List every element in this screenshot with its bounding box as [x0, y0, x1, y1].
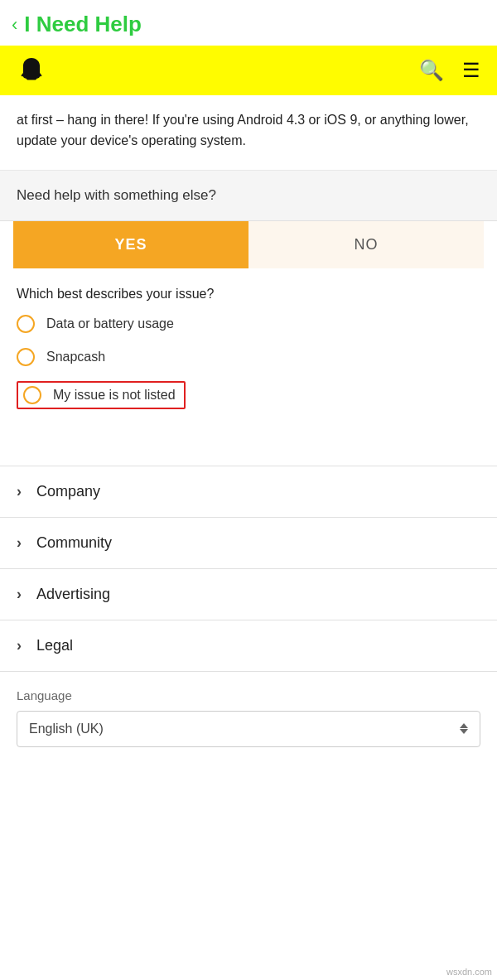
- search-icon[interactable]: 🔍: [419, 59, 444, 82]
- radio-option-snapcash[interactable]: Snapcash: [17, 348, 480, 366]
- chevron-right-icon-company: ›: [17, 483, 22, 500]
- chevron-right-icon-legal: ›: [17, 637, 22, 654]
- footer-nav-item-company[interactable]: › Company: [0, 466, 497, 518]
- footer-nav-label-community: Community: [36, 534, 112, 552]
- language-section: Language English (UK): [0, 672, 497, 747]
- need-help-section: Need help with something else?: [0, 171, 497, 221]
- article-content: at first – hang in there! If you're usin…: [17, 113, 469, 147]
- footer-nav-item-community[interactable]: › Community: [0, 518, 497, 569]
- back-nav[interactable]: ‹ I Need Help: [0, 0, 497, 46]
- footer-nav-item-legal[interactable]: › Legal: [0, 620, 497, 672]
- radio-option-not-listed[interactable]: My issue is not listed: [17, 381, 186, 409]
- footer-nav-label-advertising: Advertising: [36, 586, 110, 603]
- radio-label-data-battery: Data or battery usage: [46, 316, 174, 331]
- header-icons: 🔍 ☰: [419, 59, 480, 82]
- footer-nav-label-legal: Legal: [36, 637, 73, 654]
- select-arrows-icon: [460, 723, 468, 734]
- language-current-value: English (UK): [29, 722, 104, 736]
- radio-circle-snapcash: [17, 348, 35, 366]
- radio-label-not-listed: My issue is not listed: [53, 388, 176, 403]
- no-button[interactable]: NO: [248, 221, 484, 268]
- radio-option-data-battery[interactable]: Data or battery usage: [17, 315, 480, 333]
- issue-question: Which best describes your issue?: [17, 287, 480, 302]
- radio-circle-not-listed: [23, 386, 41, 404]
- footer-nav: › Company › Community › Advertising › Le…: [0, 466, 497, 672]
- footer-nav-label-company: Company: [36, 483, 100, 500]
- menu-icon[interactable]: ☰: [462, 59, 480, 82]
- yellow-header-bar: 🔍 ☰: [0, 46, 497, 95]
- need-help-label: Need help with something else?: [17, 187, 216, 203]
- snapchat-ghost-icon: [17, 56, 46, 85]
- language-select[interactable]: English (UK): [17, 711, 480, 747]
- watermark: wsxdn.com: [446, 967, 492, 977]
- article-text-block: at first – hang in there! If you're usin…: [0, 95, 497, 171]
- page-title: I Need Help: [24, 12, 142, 37]
- chevron-right-icon-advertising: ›: [17, 586, 22, 603]
- yes-no-row: YES NO: [0, 221, 497, 268]
- language-title: Language: [17, 688, 480, 702]
- chevron-right-icon-community: ›: [17, 534, 22, 552]
- radio-circle-data-battery: [17, 315, 35, 333]
- issue-section: Which best describes your issue? Data or…: [0, 268, 497, 432]
- footer-nav-item-advertising[interactable]: › Advertising: [0, 569, 497, 620]
- yes-button[interactable]: YES: [13, 221, 248, 268]
- back-chevron-icon[interactable]: ‹: [12, 14, 17, 36]
- radio-label-snapcash: Snapcash: [46, 350, 105, 364]
